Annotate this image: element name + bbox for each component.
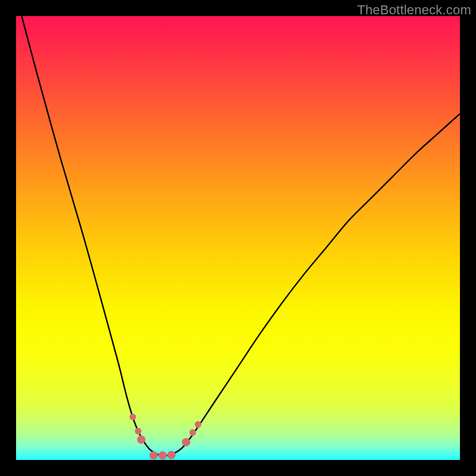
bottleneck-chart xyxy=(16,16,460,460)
watermark-label: TheBottleneck.com xyxy=(357,2,471,18)
chart-gradient-background xyxy=(16,16,460,460)
